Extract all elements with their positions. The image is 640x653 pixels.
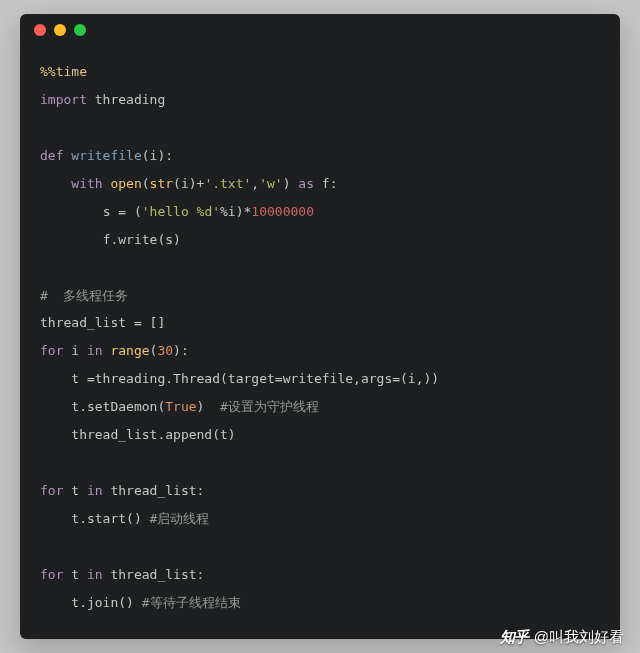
keyword-with: with	[71, 176, 102, 191]
method-call: thread_list.append(t)	[71, 427, 235, 442]
keyword-for: for	[40, 567, 63, 582]
builtin-str: str	[150, 176, 173, 191]
magic-command: %%time	[40, 64, 87, 79]
comment: #设置为守护线程	[220, 399, 319, 414]
paren: )	[197, 399, 205, 414]
watermark: 知乎 @叫我刘好看	[500, 628, 624, 647]
expr: %i)*	[220, 204, 251, 219]
number-literal: 30	[157, 343, 173, 358]
paren: )	[283, 176, 291, 191]
signature: (i):	[142, 148, 173, 163]
close-icon	[34, 24, 46, 36]
builtin-range: range	[110, 343, 149, 358]
string-literal: 'w'	[259, 176, 282, 191]
watermark-author: @叫我刘好看	[534, 628, 624, 647]
comment: #等待子线程结束	[142, 595, 241, 610]
variable: t	[71, 567, 79, 582]
paren: ):	[173, 343, 189, 358]
keyword-import: import	[40, 92, 87, 107]
comment: #启动线程	[150, 511, 210, 526]
method-call: t.join()	[71, 595, 134, 610]
function-name: writefile	[71, 148, 141, 163]
variable: t	[71, 483, 79, 498]
minimize-icon	[54, 24, 66, 36]
assignment: thread_list = []	[40, 315, 165, 330]
comment: # 多线程任务	[40, 288, 128, 303]
keyword-for: for	[40, 343, 63, 358]
code-window: %%time import threading def writefile(i)…	[20, 14, 620, 639]
string-literal: '.txt'	[204, 176, 251, 191]
module-name: threading	[95, 92, 165, 107]
method-call: t.start()	[71, 511, 141, 526]
keyword-as: as	[298, 176, 314, 191]
keyword-for: for	[40, 483, 63, 498]
number-literal: 10000000	[251, 204, 314, 219]
variable: f:	[322, 176, 338, 191]
constant-true: True	[165, 399, 196, 414]
keyword-in: in	[87, 567, 103, 582]
statement: t =threading.Thread(target=writefile,arg…	[71, 371, 439, 386]
method-call: t.setDaemon(	[71, 399, 165, 414]
identifier: thread_list:	[110, 483, 204, 498]
zhihu-logo-icon: 知乎	[500, 628, 528, 647]
comma: ,	[251, 176, 259, 191]
code-block: %%time import threading def writefile(i)…	[20, 46, 620, 637]
method-call: f.write(s)	[103, 232, 181, 247]
assignment: s = (	[103, 204, 142, 219]
string-literal: 'hello %d'	[142, 204, 220, 219]
keyword-in: in	[87, 483, 103, 498]
expr: (i)+	[173, 176, 204, 191]
keyword-in: in	[87, 343, 103, 358]
zoom-icon	[74, 24, 86, 36]
builtin-open: open	[110, 176, 141, 191]
keyword-def: def	[40, 148, 63, 163]
window-titlebar	[20, 14, 620, 46]
variable: i	[71, 343, 79, 358]
identifier: thread_list:	[110, 567, 204, 582]
